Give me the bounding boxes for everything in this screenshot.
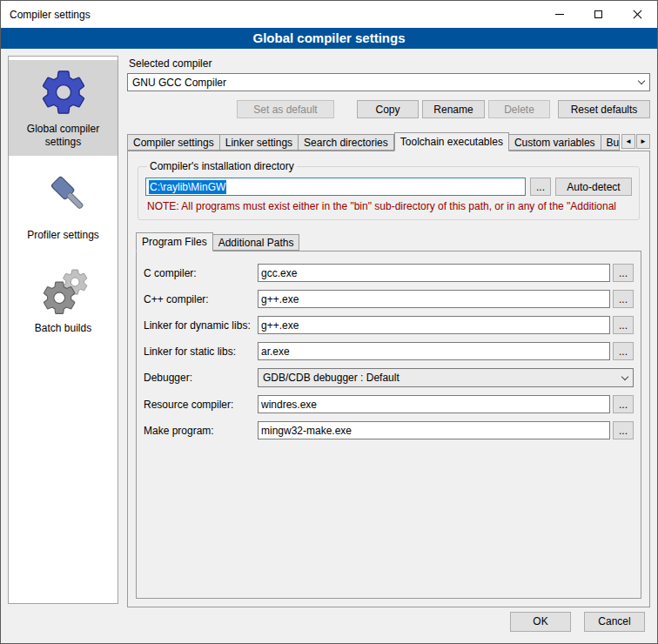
dynamic-linker-input[interactable]: g++.exe	[258, 316, 610, 334]
tab-compiler-settings[interactable]: Compiler settings	[127, 134, 220, 151]
resource-compiler-row: Resource compiler: windres.exe ...	[144, 395, 634, 413]
make-program-input[interactable]: mingw32-make.exe	[258, 421, 610, 439]
settings-category-list: Global compiler settings Profiler settin…	[8, 56, 118, 604]
page-title: Global compiler settings	[1, 28, 657, 49]
tab-additional-paths[interactable]: Additional Paths	[213, 234, 300, 251]
c-compiler-row: C compiler: gcc.exe ...	[144, 264, 634, 282]
debugger-row: Debugger: GDB/CDB debugger : Default	[144, 368, 634, 387]
tab-scroll-left-icon[interactable]: ◄	[621, 134, 635, 149]
settings-tabstrip: Compiler settings Linker settings Search…	[127, 132, 650, 151]
bin-subdirectory-note: NOTE: All programs must exist either in …	[147, 200, 630, 212]
compiler-settings-window: Compiler settings Global compiler settin…	[0, 0, 658, 644]
resource-compiler-value: windres.exe	[261, 399, 317, 411]
set-as-default-button[interactable]: Set as default	[237, 100, 334, 118]
program-files-panel: C compiler: gcc.exe ... C++ compiler: g+…	[136, 251, 641, 599]
close-icon	[633, 10, 642, 19]
window-title: Compiler settings	[1, 9, 540, 21]
toolchain-executables-panel: Compiler's installation directory C:\ray…	[127, 151, 650, 607]
tab-linker-settings[interactable]: Linker settings	[220, 134, 299, 151]
ok-button[interactable]: OK	[510, 612, 571, 632]
resource-compiler-label: Resource compiler:	[144, 399, 258, 411]
maximize-icon	[594, 10, 602, 18]
minimize-icon	[555, 14, 564, 15]
installation-directory-group: Compiler's installation directory C:\ray…	[138, 160, 640, 220]
dynamic-linker-value: g++.exe	[261, 319, 299, 332]
titlebar: Compiler settings	[1, 1, 657, 28]
sidebar-item-profiler-settings[interactable]: Profiler settings	[9, 166, 118, 249]
auto-detect-button[interactable]: Auto-detect	[555, 178, 632, 196]
dynamic-linker-row: Linker for dynamic libs: g++.exe ...	[144, 316, 634, 334]
sidebar-item-label: Profiler settings	[27, 229, 99, 242]
delete-button[interactable]: Delete	[488, 100, 550, 118]
chevron-down-icon	[617, 377, 633, 379]
chevron-down-icon	[634, 74, 649, 91]
sidebar-item-label: Batch builds	[35, 322, 91, 335]
cancel-button[interactable]: Cancel	[584, 612, 645, 632]
copy-button[interactable]: Copy	[357, 100, 419, 118]
make-program-label: Make program:	[144, 425, 258, 437]
installation-directory-value: C:\raylib\MinGW	[149, 180, 226, 194]
close-button[interactable]	[618, 1, 657, 28]
window-controls	[540, 1, 657, 28]
sidebar-item-label: Global compiler settings	[17, 123, 111, 149]
c-compiler-browse-button[interactable]: ...	[613, 264, 634, 282]
maximize-button[interactable]	[579, 1, 618, 28]
resource-compiler-browse-button[interactable]: ...	[613, 395, 634, 413]
sidebar-item-batch-builds[interactable]: Batch builds	[9, 259, 118, 342]
dialog-footer: OK Cancel	[1, 607, 657, 643]
c-compiler-value: gcc.exe	[261, 267, 297, 279]
tab-program-files[interactable]: Program Files	[136, 232, 213, 252]
sidebar-item-global-compiler-settings[interactable]: Global compiler settings	[9, 60, 118, 156]
tab-scroll-arrows: ◄ ►	[621, 134, 650, 149]
hammer-icon	[38, 173, 89, 224]
debugger-label: Debugger:	[144, 372, 258, 384]
cpp-compiler-browse-button[interactable]: ...	[613, 290, 634, 308]
debugger-select[interactable]: GDB/CDB debugger : Default	[258, 368, 634, 387]
compiler-select[interactable]: GNU GCC Compiler	[127, 73, 650, 91]
installation-directory-row: C:\raylib\MinGW ... Auto-detect	[145, 178, 632, 196]
dynamic-linker-browse-button[interactable]: ...	[613, 316, 634, 334]
tab-scroll-right-icon[interactable]: ►	[636, 134, 650, 149]
reset-defaults-button[interactable]: Reset defaults	[558, 100, 650, 118]
make-program-value: mingw32-make.exe	[261, 425, 352, 437]
resource-compiler-input[interactable]: windres.exe	[258, 395, 610, 413]
selected-compiler-label: Selected compiler	[129, 57, 650, 70]
cpp-compiler-input[interactable]: g++.exe	[258, 290, 610, 308]
compiler-buttons-row: Set as default Copy Rename Delete Reset …	[127, 100, 650, 118]
installation-directory-group-title: Compiler's installation directory	[147, 160, 297, 172]
browse-directory-button[interactable]: ...	[530, 178, 551, 196]
main-panel: Selected compiler GNU GCC Compiler Set a…	[127, 56, 650, 607]
static-linker-row: Linker for static libs: ar.exe ...	[144, 342, 634, 360]
static-linker-label: Linker for static libs:	[144, 345, 258, 358]
static-linker-input[interactable]: ar.exe	[258, 342, 610, 360]
dynamic-linker-label: Linker for dynamic libs:	[144, 319, 258, 332]
gray-gears-icon	[38, 266, 89, 317]
cpp-compiler-value: g++.exe	[261, 293, 299, 305]
make-program-browse-button[interactable]: ...	[613, 421, 634, 439]
static-linker-browse-button[interactable]: ...	[613, 342, 634, 360]
installation-directory-input[interactable]: C:\raylib\MinGW	[145, 178, 526, 196]
tab-search-directories[interactable]: Search directories	[299, 134, 394, 151]
c-compiler-input[interactable]: gcc.exe	[258, 264, 610, 282]
cpp-compiler-row: C++ compiler: g++.exe ...	[144, 290, 634, 308]
tab-custom-variables[interactable]: Custom variables	[509, 134, 601, 151]
make-program-row: Make program: mingw32-make.exe ...	[144, 421, 634, 439]
tab-build-options[interactable]: Builc	[601, 134, 620, 151]
tab-toolchain-executables[interactable]: Toolchain executables	[394, 132, 509, 151]
blue-gear-icon	[38, 67, 89, 117]
c-compiler-label: C compiler:	[144, 267, 258, 279]
static-linker-value: ar.exe	[261, 345, 290, 358]
program-files-tabstrip: Program Files Additional Paths	[136, 232, 641, 251]
debugger-value: GDB/CDB debugger : Default	[263, 372, 617, 384]
minimize-button[interactable]	[540, 1, 579, 28]
cpp-compiler-label: C++ compiler:	[144, 293, 258, 305]
dialog-body: Global compiler settings Profiler settin…	[1, 49, 657, 607]
rename-button[interactable]: Rename	[422, 100, 485, 118]
compiler-select-value: GNU GCC Compiler	[132, 77, 634, 89]
